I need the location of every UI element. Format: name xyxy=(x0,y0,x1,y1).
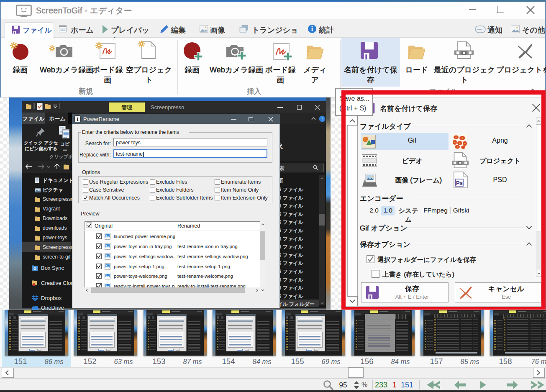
svg-text:I: I xyxy=(77,116,79,122)
svg-text:Ps: Ps xyxy=(456,180,463,186)
svg-text:?: ? xyxy=(321,117,323,121)
